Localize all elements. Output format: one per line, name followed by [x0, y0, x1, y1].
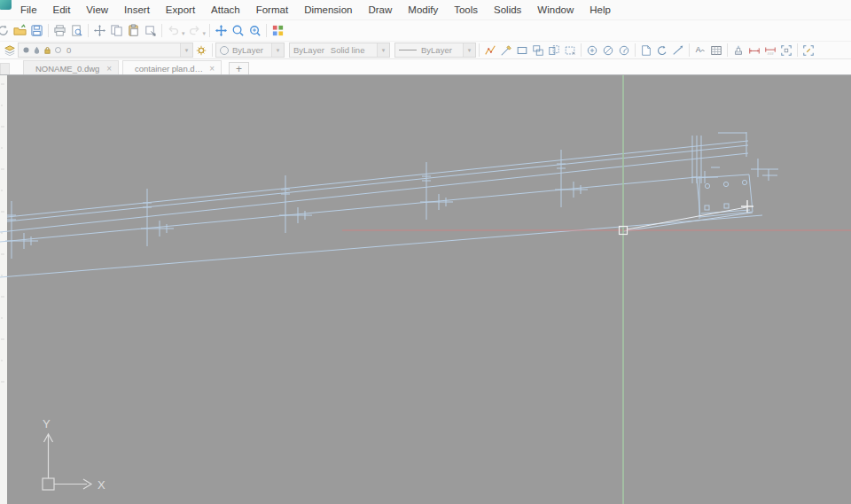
- insert-block-icon: [144, 24, 157, 37]
- move-button[interactable]: [91, 22, 108, 39]
- chevron-down-icon[interactable]: ▾: [203, 30, 207, 37]
- menu-tools[interactable]: Tools: [446, 2, 486, 18]
- copy-icon: [110, 24, 123, 37]
- select-frame-icon: [780, 44, 792, 57]
- layer-on-icon: [22, 46, 30, 54]
- print-button[interactable]: [51, 22, 68, 39]
- color-select[interactable]: ByLayer ▾: [215, 43, 285, 58]
- menu-solids[interactable]: Solids: [486, 2, 529, 18]
- drawing-canvas[interactable]: Y X: [0, 74, 851, 504]
- save-button[interactable]: [28, 22, 45, 39]
- menu-draw[interactable]: Draw: [360, 2, 400, 18]
- divider: [266, 24, 267, 37]
- tab-label: container plan.dwg: [135, 64, 204, 74]
- paste-button[interactable]: [125, 22, 142, 39]
- menu-export[interactable]: Export: [158, 2, 203, 18]
- circle-2p-button[interactable]: [600, 43, 616, 58]
- close-icon[interactable]: ×: [106, 64, 112, 74]
- linetype-select[interactable]: ByLayer Solid line ▾: [289, 43, 390, 58]
- svg-text:###: ###: [768, 51, 775, 56]
- sketch-icon: [484, 44, 496, 57]
- close-icon[interactable]: ×: [209, 64, 215, 74]
- divider: [689, 43, 690, 57]
- redo-button[interactable]: [186, 22, 203, 39]
- reload-button[interactable]: [0, 22, 12, 39]
- edit-frame-button[interactable]: [800, 43, 816, 58]
- select-window-button[interactable]: [562, 43, 578, 58]
- divider: [209, 24, 210, 37]
- reload-icon: [0, 24, 10, 37]
- circle-center-button[interactable]: [584, 43, 600, 58]
- select-frame-button[interactable]: [778, 43, 794, 58]
- visual-styles-icon: [271, 24, 285, 37]
- copy-objects-button[interactable]: [530, 43, 546, 58]
- toolbar-properties: 0 ▾ ByLayer ▾ ByLayer Solid line ▾ ByLay…: [0, 42, 851, 59]
- draw-rect-button[interactable]: [514, 43, 530, 58]
- main-menu: FileEditViewInsertExportAttachFormatDime…: [12, 2, 619, 18]
- lineweight-preview: [399, 50, 417, 50]
- lineweight-select[interactable]: ByLayer ▾: [394, 43, 476, 58]
- divider: [88, 24, 89, 37]
- visual-styles-button[interactable]: [269, 22, 286, 39]
- undo-button[interactable]: [165, 22, 182, 39]
- color-select-value: ByLayer: [232, 45, 263, 55]
- drawing-viewport[interactable]: Y X: [0, 75, 851, 504]
- menu-window[interactable]: Window: [529, 2, 582, 18]
- leader-icon: [672, 44, 684, 57]
- svg-text:A: A: [696, 44, 701, 53]
- menu-file[interactable]: File: [12, 2, 45, 18]
- layer-select[interactable]: 0 ▾: [18, 43, 193, 58]
- zoom-extents-icon: [248, 24, 262, 37]
- table-icon: [710, 44, 722, 57]
- chevron-down-icon[interactable]: ▾: [182, 30, 185, 37]
- layer-states-button[interactable]: [193, 43, 209, 58]
- layer-state-icons: [22, 46, 62, 54]
- pan-button[interactable]: [213, 22, 230, 39]
- toolbar-standard: ▾▾: [0, 19, 851, 42]
- chevron-down-icon: ▾: [377, 43, 389, 57]
- measure-area-button[interactable]: ###: [762, 43, 778, 58]
- measure-h-icon: [748, 44, 761, 57]
- ucs-icon: Y X: [43, 417, 105, 492]
- new-layout-button[interactable]: [638, 43, 654, 58]
- measure-length-button[interactable]: [746, 43, 762, 58]
- divider: [727, 43, 728, 57]
- menu-attach[interactable]: Attach: [203, 2, 248, 18]
- menu-modify[interactable]: Modify: [400, 2, 446, 18]
- draw-line-button[interactable]: [498, 43, 514, 58]
- chevron-down-icon: ▾: [271, 43, 284, 57]
- print-preview-button[interactable]: [68, 22, 85, 39]
- zoom-extents-button[interactable]: [246, 22, 263, 39]
- zoom-window-button[interactable]: [230, 22, 246, 39]
- layer-lock-icon: [43, 46, 51, 54]
- save-icon: [30, 24, 43, 37]
- circle-radius-icon: [618, 44, 630, 57]
- zoom-window-icon: [231, 24, 245, 37]
- menu-insert[interactable]: Insert: [116, 2, 158, 18]
- table-button[interactable]: [708, 43, 724, 58]
- menu-help[interactable]: Help: [582, 2, 619, 18]
- paste-objects-button[interactable]: [546, 43, 562, 58]
- rotate-button[interactable]: [654, 43, 670, 58]
- circle-radius-button[interactable]: [616, 43, 632, 58]
- leader-button[interactable]: [670, 43, 686, 58]
- sketch-button[interactable]: [482, 43, 498, 58]
- container-plan-geometry: [0, 132, 778, 277]
- insert-block-button[interactable]: [142, 22, 159, 39]
- extrude-button[interactable]: [730, 43, 746, 58]
- divider: [635, 43, 636, 57]
- divider: [161, 24, 162, 37]
- menu-view[interactable]: View: [78, 2, 116, 18]
- rotate-icon: [656, 44, 668, 57]
- copy-button[interactable]: [108, 22, 125, 39]
- layers-button[interactable]: [2, 43, 18, 58]
- open-button[interactable]: [12, 22, 28, 39]
- circle-slash-icon: [602, 44, 614, 57]
- menu-edit[interactable]: Edit: [45, 2, 79, 18]
- menu-dimension[interactable]: Dimension: [296, 2, 360, 18]
- canvas-left-strip: [0, 75, 7, 504]
- app-icon[interactable]: [0, 0, 12, 10]
- redo-icon: [188, 24, 201, 37]
- text-style-button[interactable]: A: [692, 43, 708, 58]
- menu-format[interactable]: Format: [248, 2, 296, 18]
